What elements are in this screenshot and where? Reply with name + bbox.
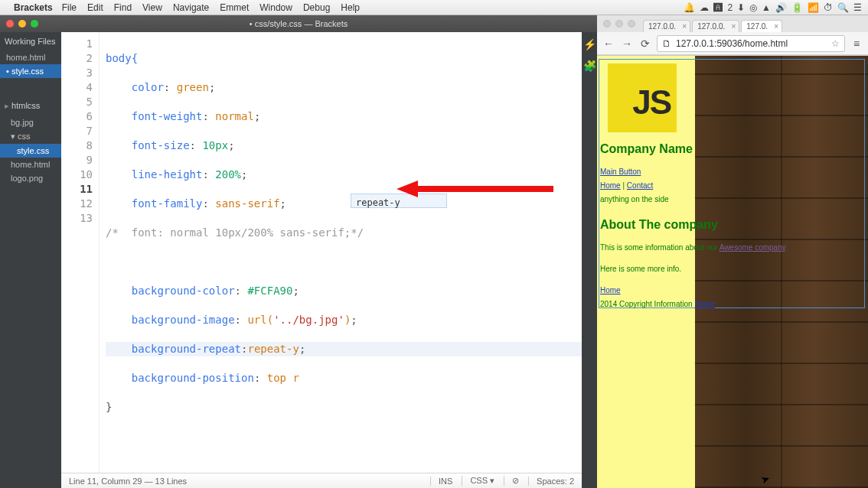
- aside-text: anything on the side: [600, 193, 865, 207]
- js-logo: JS: [608, 63, 677, 132]
- menu-file[interactable]: File: [62, 2, 77, 13]
- cursor-status: Line 11, Column 29 — 13 Lines: [69, 477, 187, 486]
- nav-contact-link[interactable]: Contact: [627, 181, 653, 190]
- browser-tab-2[interactable]: 127.0.0.×: [692, 20, 739, 32]
- tab-close-icon[interactable]: ×: [774, 22, 778, 31]
- brackets-right-toolbar: ⚡ 🧩: [582, 32, 597, 488]
- footer-home-link[interactable]: Home: [600, 286, 621, 294]
- about-heading: About The company: [600, 214, 865, 236]
- adobe-icon[interactable]: 🅰: [713, 2, 723, 13]
- line-gutter: 12345678910111213: [61, 32, 100, 473]
- chrome-window-controls[interactable]: [603, 20, 635, 28]
- working-file-style[interactable]: • style.css: [0, 64, 61, 78]
- volume-icon[interactable]: 🔊: [775, 2, 787, 13]
- app-name[interactable]: Brackets: [14, 2, 53, 13]
- autocomplete-suggestion[interactable]: repeat-y: [351, 194, 447, 208]
- drive-icon[interactable]: ▲: [762, 2, 771, 13]
- rendered-page: JS Company Name Main Button Home | Conta…: [597, 56, 868, 311]
- main-button-link[interactable]: Main Button: [600, 168, 641, 176]
- live-preview-icon[interactable]: ⚡: [583, 38, 596, 50]
- tree-logo[interactable]: logo.png: [0, 171, 61, 185]
- wifi-icon[interactable]: 📶: [808, 2, 819, 13]
- menu-help[interactable]: Help: [341, 2, 360, 13]
- search-icon[interactable]: 🔍: [837, 2, 849, 13]
- browser-tab-1[interactable]: 127.0.0.×: [643, 20, 690, 32]
- sync-icon[interactable]: ◎: [749, 2, 757, 13]
- url-text: 127.0.0.1:59036/home.html: [676, 38, 788, 49]
- forward-icon[interactable]: →: [620, 37, 634, 50]
- menu-emmet[interactable]: Emmet: [220, 2, 249, 13]
- dropbox-icon[interactable]: ⬇: [737, 2, 745, 13]
- tree-style[interactable]: style.css: [0, 144, 61, 158]
- bookmark-icon[interactable]: ☆: [831, 38, 840, 49]
- working-file-home[interactable]: home.html: [0, 50, 61, 64]
- chrome-tabbar[interactable]: 127.0.0.× 127.0.0.× 127.0.×: [597, 15, 868, 32]
- cloud-icon[interactable]: ☁: [700, 2, 709, 13]
- menu-find[interactable]: Find: [114, 2, 132, 13]
- code-editor[interactable]: 12345678910111213 body{ color: green; fo…: [61, 32, 582, 488]
- project-heading[interactable]: ▸ htmlcss: [0, 96, 61, 115]
- chrome-menu-icon[interactable]: ≡: [850, 37, 863, 50]
- copyright-home-link[interactable]: Home: [694, 300, 715, 308]
- window-title: • css/style.css — Brackets: [0, 19, 597, 28]
- battery-icon[interactable]: 🔋: [791, 2, 803, 13]
- menu-window[interactable]: Window: [259, 2, 292, 13]
- menu-debug[interactable]: Debug: [303, 2, 330, 13]
- tab-close-icon[interactable]: ×: [731, 22, 736, 31]
- info-text: This is some information about our Aweso…: [600, 241, 865, 255]
- tree-bg[interactable]: bg.jpg: [0, 115, 61, 129]
- page-viewport[interactable]: JS Company Name Main Button Home | Conta…: [597, 56, 868, 488]
- working-file-style-label: style.css: [11, 67, 44, 76]
- chrome-toolbar: ← → ⟳ 🗋 127.0.0.1:59036/home.html ☆ ≡: [597, 32, 868, 55]
- bell-icon[interactable]: 🔔: [684, 2, 695, 13]
- status-lint-icon[interactable]: ⊘: [504, 476, 519, 486]
- project-sidebar[interactable]: Working Files home.html • style.css ▸ ht…: [0, 32, 61, 488]
- status-ins[interactable]: INS: [430, 477, 452, 486]
- code-lines[interactable]: body{ color: green; font-weight: normal;…: [100, 32, 582, 473]
- code-l1: body{: [106, 52, 138, 64]
- list-icon[interactable]: ☰: [853, 2, 862, 13]
- menu-edit[interactable]: Edit: [87, 2, 103, 13]
- company-heading: Company Name: [600, 138, 865, 161]
- chrome-window: 127.0.0.× 127.0.0.× 127.0.× ← → ⟳ 🗋 127.…: [597, 15, 868, 488]
- menu-items: File Edit Find View Navigate Emmet Windo…: [62, 2, 360, 13]
- menubar-status-icons: 🔔 ☁ 🅰 2 ⬇ ◎ ▲ 🔊 🔋 📶 ⏱ 🔍 ☰: [684, 2, 862, 13]
- status-lang[interactable]: CSS ▾: [462, 476, 494, 486]
- num-icon: 2: [727, 2, 733, 13]
- status-bar: Line 11, Column 29 — 13 Lines INS CSS ▾ …: [61, 473, 582, 488]
- nav-home-link[interactable]: Home: [600, 181, 621, 190]
- back-icon[interactable]: ←: [602, 37, 615, 50]
- extensions-icon[interactable]: 🧩: [583, 60, 596, 72]
- address-bar[interactable]: 🗋 127.0.0.1:59036/home.html ☆: [657, 35, 845, 52]
- clock-icon[interactable]: ⏱: [824, 2, 833, 13]
- page-icon: 🗋: [662, 38, 671, 49]
- copyright-text: 2014 Copyright Information Home: [600, 298, 865, 311]
- brackets-titlebar[interactable]: • css/style.css — Brackets: [0, 15, 597, 32]
- status-spaces[interactable]: Spaces: 2: [528, 477, 574, 486]
- awesome-link[interactable]: Awesome company: [720, 243, 785, 252]
- tree-css-folder[interactable]: ▾ css: [0, 129, 61, 144]
- tab-close-icon[interactable]: ×: [682, 22, 687, 31]
- reload-icon[interactable]: ⟳: [638, 37, 652, 50]
- macos-menubar: Brackets File Edit Find View Navigate Em…: [0, 0, 868, 15]
- working-files-heading: Working Files: [0, 32, 61, 50]
- file-tree: bg.jpg ▾ css style.css home.html logo.pn…: [0, 115, 61, 185]
- browser-tab-3[interactable]: 127.0.×: [741, 20, 782, 32]
- brackets-window: • css/style.css — Brackets Working Files…: [0, 15, 597, 488]
- more-info-text: Here is some more info.: [600, 262, 865, 276]
- menu-navigate[interactable]: Navigate: [173, 2, 209, 13]
- menu-view[interactable]: View: [142, 2, 162, 13]
- tree-home[interactable]: home.html: [0, 158, 61, 171]
